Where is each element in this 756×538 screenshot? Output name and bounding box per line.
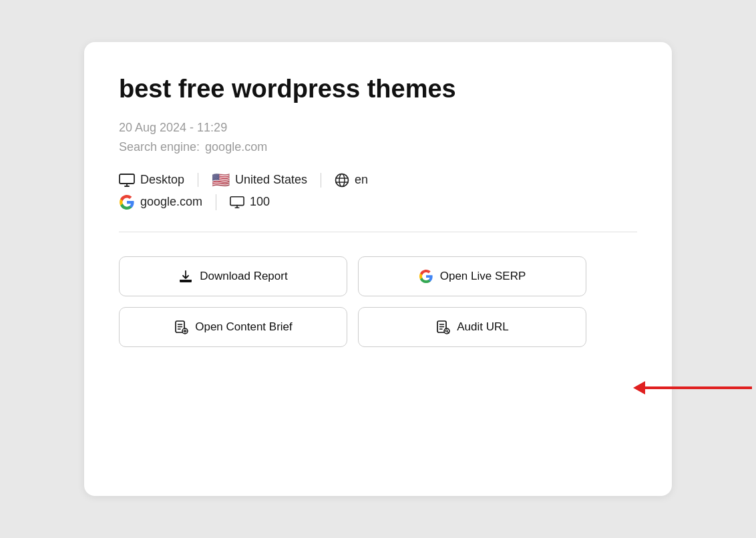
country-flag: 🇺🇸 xyxy=(212,173,230,188)
main-card: best free wordpress themes 20 Aug 2024 -… xyxy=(84,42,672,496)
arrow-annotation xyxy=(634,381,752,394)
meta-tags-row: Desktop 🇺🇸 United States en xyxy=(119,173,637,188)
svg-point-4 xyxy=(339,174,345,186)
globe-icon xyxy=(335,173,349,188)
google-serp-icon xyxy=(419,269,433,284)
results-desktop-icon xyxy=(230,196,244,209)
results-tag: 100 xyxy=(230,195,283,209)
download-report-button[interactable]: Download Report xyxy=(119,256,347,296)
engine-value: google.com xyxy=(205,140,267,154)
svg-point-3 xyxy=(336,174,349,186)
meta-date: 20 Aug 2024 - 11:29 xyxy=(119,121,637,135)
google-logo-icon xyxy=(119,194,135,210)
meta-tags-row2: google.com 100 xyxy=(119,194,637,210)
action-buttons-grid: Download Report Open Live SERP xyxy=(119,256,586,347)
keyword-title: best free wordpress themes xyxy=(119,74,637,105)
svg-rect-7 xyxy=(230,196,244,205)
google-domain-tag: google.com xyxy=(119,194,216,210)
audit-url-label: Audit URL xyxy=(457,320,508,334)
arrow-head xyxy=(633,381,645,394)
language-tag: en xyxy=(335,173,381,188)
content-brief-icon xyxy=(174,320,188,334)
device-label: Desktop xyxy=(140,173,184,187)
download-icon xyxy=(178,269,193,284)
open-live-serp-button[interactable]: Open Live SERP xyxy=(358,256,586,296)
download-report-label: Download Report xyxy=(200,270,287,283)
audit-url-button[interactable]: Audit URL xyxy=(358,307,586,347)
section-divider xyxy=(119,232,637,232)
open-content-brief-label: Open Content Brief xyxy=(195,320,293,334)
engine-label: Search engine: xyxy=(119,140,200,154)
svg-rect-0 xyxy=(120,174,134,184)
arrow-line xyxy=(645,386,752,389)
meta-engine-row: Search engine: google.com xyxy=(119,140,637,154)
device-tag: Desktop xyxy=(119,173,198,187)
language-label: en xyxy=(355,173,368,187)
open-live-serp-label: Open Live SERP xyxy=(440,270,526,283)
desktop-icon xyxy=(119,174,135,187)
google-domain-label: google.com xyxy=(140,195,202,209)
page-wrapper: best free wordpress themes 20 Aug 2024 -… xyxy=(84,42,672,496)
country-tag: 🇺🇸 United States xyxy=(212,173,321,188)
country-label: United States xyxy=(235,173,307,187)
audit-url-icon xyxy=(435,320,450,334)
open-content-brief-button[interactable]: Open Content Brief xyxy=(119,307,347,347)
results-count: 100 xyxy=(250,195,270,209)
